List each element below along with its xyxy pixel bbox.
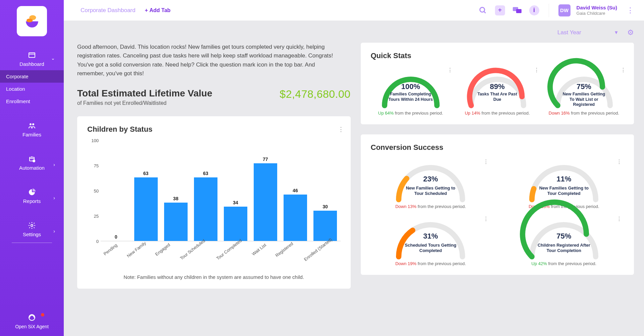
bar-value: 63: [203, 171, 208, 176]
children-by-status-card: Children by Status ⋮ 0255075100 06338633…: [77, 116, 351, 289]
bar: 77: [253, 140, 277, 241]
x-label: Tour Scheduled: [179, 238, 215, 273]
bar-value: 34: [233, 200, 238, 205]
divider: [12, 243, 52, 243]
chat-icon[interactable]: [511, 4, 523, 16]
user-name: David Weiss (Su): [577, 5, 617, 11]
period-dropdown[interactable]: Last Year ▾: [553, 27, 622, 38]
gauge-value: 75%: [525, 232, 602, 241]
settings-gear-icon[interactable]: ⚙: [627, 28, 634, 37]
nav-dashboard[interactable]: Dashboard ⌄: [0, 46, 64, 70]
tab-corporate-dashboard[interactable]: Corporate Dashboard: [77, 4, 139, 16]
bar-value: 77: [263, 157, 268, 162]
bar-value: 63: [143, 171, 149, 176]
svg-line-11: [484, 11, 486, 13]
topbar: Corporate Dashboard Add Tab + i DW David…: [64, 0, 644, 21]
app-logo[interactable]: [17, 6, 47, 36]
bar-chart: 0255075100 063386334774630 PendingNew Fa…: [87, 140, 341, 265]
nav-corporate[interactable]: Corporate: [0, 70, 64, 83]
greeting-text: Good afternoon, David. This location roc…: [77, 43, 342, 78]
add-button[interactable]: +: [495, 5, 505, 15]
gauge-label: New Families Getting to Tour Completed: [535, 185, 592, 197]
svg-point-4: [30, 123, 32, 125]
gauge-menu-icon[interactable]: ⋮: [621, 67, 626, 73]
svg-point-8: [31, 224, 33, 226]
user-menu[interactable]: David Weiss (Su) Gaia Childcare: [577, 5, 617, 16]
gauge: ⋮ 75% New Families Getting To Wait List …: [544, 67, 624, 116]
svg-rect-13: [516, 9, 522, 13]
bar-value: 46: [293, 188, 298, 193]
gauge-delta: Up 42% from the previous period.: [504, 261, 624, 266]
nav-location[interactable]: Location: [0, 83, 64, 95]
gauge-menu-icon[interactable]: ⋮: [483, 159, 489, 165]
svg-point-10: [480, 7, 485, 12]
card-title: Quick Stats: [371, 51, 624, 60]
y-tick: 100: [91, 138, 99, 143]
gauge-delta: Down 19% from the previous period.: [371, 261, 491, 266]
gauge-delta: Up 64% from the previous period.: [371, 111, 451, 116]
conversion-gauge: ⋮ 75% Children Registered After Tour Com…: [504, 216, 624, 266]
conversion-success-card: Conversion Success ⋮ 23% New Families Ge…: [361, 134, 634, 275]
gauge-menu-icon[interactable]: ⋮: [447, 67, 453, 73]
nav-open-agent[interactable]: Open SiX Agent: [0, 306, 64, 329]
bar-value: 30: [323, 204, 328, 209]
search-icon[interactable]: [477, 4, 489, 16]
overflow-menu-icon[interactable]: ⋮: [623, 6, 637, 15]
conversion-gauge: ⋮ 31% Scheduled Tours Getting Completed …: [371, 216, 491, 266]
notification-dot: [41, 313, 44, 317]
gauge-menu-icon[interactable]: ⋮: [616, 159, 622, 165]
nav-families[interactable]: Families: [0, 117, 64, 141]
user-avatar[interactable]: DW: [558, 4, 571, 16]
user-org: Gaia Childcare: [577, 11, 617, 16]
svg-rect-2: [29, 53, 35, 57]
gauge-label: Tasks That Are Past Due: [473, 92, 522, 102]
nav-label: Automation: [19, 165, 45, 171]
gauge: ⋮ 89% Tasks That Are Past Due Up 14% fro…: [457, 67, 537, 116]
bar: 46: [283, 140, 307, 241]
nav-label: Dashboard: [19, 61, 44, 67]
bar: 63: [134, 140, 158, 241]
gauge-value: 11%: [525, 175, 602, 183]
card-menu-icon[interactable]: ⋮: [338, 126, 344, 133]
x-label: Wait List: [251, 242, 277, 269]
x-label: Tour Completed: [215, 238, 252, 273]
sidebar: Dashboard ⌄ Corporate Location Enrollmen…: [0, 0, 64, 336]
bar: 63: [194, 140, 217, 241]
chart-note: Note: Families without any children in t…: [87, 274, 341, 280]
conversion-gauge: ⋮ 23% New Families Getting to Tour Sched…: [371, 159, 491, 209]
nav-label: Open SiX Agent: [15, 324, 49, 329]
y-tick: 0: [96, 239, 99, 244]
nav-automation[interactable]: Automation ›: [0, 150, 64, 174]
chevron-right-icon: ›: [53, 228, 55, 234]
ltv-subtitle: of Families not yet Enrolled/Waitlisted: [77, 100, 212, 106]
gauge-delta: Up 14% from the previous period.: [457, 111, 537, 116]
add-tab-button[interactable]: Add Tab: [145, 7, 170, 13]
bar-value: 0: [115, 234, 117, 240]
x-label: Engaged: [154, 242, 180, 269]
gauge-label: Families Completing Tours Within 24 Hour…: [387, 92, 435, 102]
nav-enrollment[interactable]: Enrollment: [0, 95, 64, 108]
chevron-right-icon: ›: [53, 162, 55, 167]
gauge-value: 31%: [392, 232, 469, 241]
card-title: Conversion Success: [371, 143, 624, 152]
nav-reports[interactable]: Reports ›: [0, 183, 64, 207]
nav-label: Reports: [23, 198, 41, 204]
bar: 34: [224, 140, 247, 241]
gauge-label: Children Registered After Tour Completio…: [535, 243, 592, 254]
gauge-menu-icon[interactable]: ⋮: [616, 216, 622, 222]
caret-down-icon: ▾: [615, 29, 618, 36]
nav-settings[interactable]: Settings ›: [0, 217, 64, 241]
x-label: Registered: [274, 241, 303, 270]
x-label: New Family: [126, 241, 156, 270]
gauge-value: 23%: [392, 175, 469, 183]
gauge-menu-icon[interactable]: ⋮: [483, 216, 489, 222]
gauge-value: 100%: [381, 82, 441, 91]
bar: 0: [104, 140, 128, 241]
gauge-value: 75%: [554, 82, 614, 91]
gauge-menu-icon[interactable]: ⋮: [534, 67, 539, 73]
chevron-right-icon: ›: [53, 195, 55, 201]
gauge-label: New Families Getting To Wait List or Reg…: [560, 92, 608, 108]
gauge-value: 89%: [467, 82, 528, 91]
period-label: Last Year: [557, 29, 581, 36]
help-icon[interactable]: i: [529, 5, 539, 15]
